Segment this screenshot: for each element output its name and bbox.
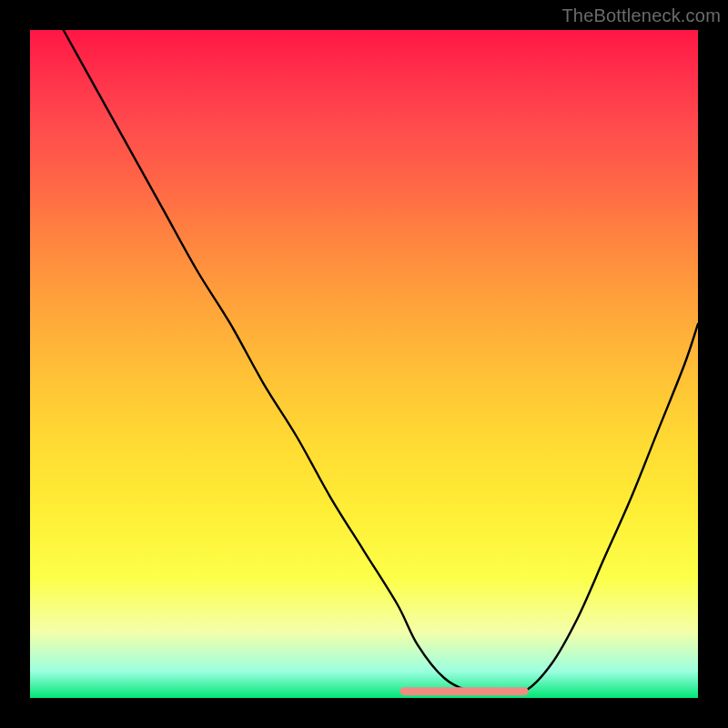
plot-area <box>30 30 698 698</box>
watermark-text: TheBottleneck.com <box>561 5 721 26</box>
chart-frame: TheBottleneck.com <box>0 0 728 728</box>
curve-line <box>64 30 698 693</box>
bottleneck-curve <box>30 30 698 698</box>
